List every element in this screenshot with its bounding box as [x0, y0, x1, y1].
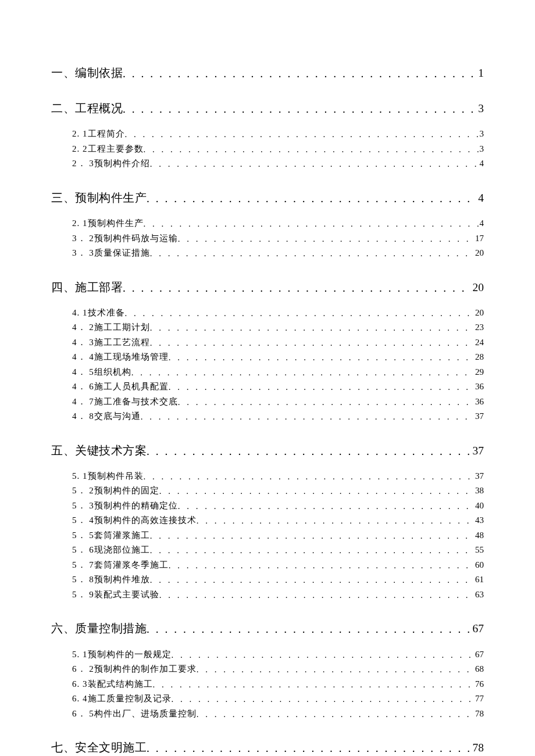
toc-h2-row[interactable]: 5． 5 套筒灌浆施工48 [51, 528, 484, 543]
toc-h2-title: 交底与沟通 [94, 409, 141, 424]
toc-h2-number: 4． 5 [72, 365, 94, 380]
toc-h2-row[interactable]: 2. 2 工程主要参数3 [51, 142, 484, 157]
toc-h2-row[interactable]: 4． 7 施工准备与技术交底36 [51, 395, 484, 410]
toc-h1-page: 78 [472, 739, 484, 756]
toc-h1-row[interactable]: 六、质量控制措施67 [51, 619, 484, 637]
toc-h1-page: 37 [472, 442, 484, 460]
toc-leader-dots [144, 142, 479, 157]
toc-h2-row[interactable]: 5． 7 套筒灌浆冬季施工60 [51, 558, 484, 573]
toc-h2-page: 40 [474, 499, 484, 514]
toc-leader-dots [150, 573, 474, 587]
toc-h1-title: 质量控制措施 [75, 619, 147, 637]
toc-leader-dots [178, 232, 474, 246]
toc-h2-row[interactable]: 5. 1 预制构件的一般规定67 [51, 647, 484, 662]
toc-h2-title: 工程主要参数 [88, 142, 144, 157]
toc-h1-page: 20 [472, 278, 484, 296]
toc-h1-row[interactable]: 五、关键技术方案37 [51, 442, 484, 460]
toc-h2-page: 76 [474, 677, 484, 692]
toc-h2-page: 36 [474, 395, 484, 410]
toc-leader-dots [150, 543, 474, 558]
toc-h2-row[interactable]: 2. 1 预制构件生产4 [51, 216, 484, 231]
toc-h2-row[interactable]: 6. 3 装配式结构施工76 [51, 677, 484, 692]
toc-h2-row[interactable]: 4． 4 施工现场堆场管理28 [51, 350, 484, 365]
toc-h1-row[interactable]: 四、施工部署20 [51, 278, 484, 296]
toc-h2-title: 构件出厂、进场质量控制 [94, 707, 197, 722]
toc-leader-dots [172, 692, 475, 707]
toc-h1-number: 七、 [51, 739, 75, 756]
toc-h2-title: 现浇部位施工 [94, 543, 150, 558]
toc-h2-page: 43 [474, 513, 484, 528]
toc-h2-row[interactable]: 3． 3 质量保证措施20 [51, 246, 484, 261]
toc-h2-row[interactable]: 6． 5 构件出厂、进场质量控制78 [51, 707, 484, 722]
toc-h1-row[interactable]: 三、预制构件生产4 [51, 189, 484, 207]
toc-h2-row[interactable]: 3． 2 预制构件码放与运输17 [51, 231, 484, 246]
toc-h2-row[interactable]: 4． 8 交底与沟通37 [51, 409, 484, 424]
toc-h2-row[interactable]: 2. 1 工程简介3 [51, 127, 484, 142]
toc-h2-row[interactable]: 4． 5 组织机构29 [51, 365, 484, 380]
toc-h2-row[interactable]: 5． 3 预制构件的精确定位40 [51, 499, 484, 514]
toc-h2-row[interactable]: 6. 4 施工质量控制及记录77 [51, 691, 484, 707]
toc-h1-row[interactable]: 二、工程概况3 [51, 99, 484, 117]
toc-h1-page: 1 [477, 64, 484, 82]
toc-h2-title: 组织机构 [94, 365, 131, 380]
toc-h2-number: 6. 4 [72, 691, 88, 707]
toc-h2-title: 预制构件介绍 [94, 156, 150, 171]
toc-h2-row[interactable]: 5． 8 预制构件堆放61 [51, 572, 484, 587]
toc-h2-row[interactable]: 5. 1 预制构件吊装37 [51, 469, 484, 484]
toc-h2-row[interactable]: 4． 6 施工人员机具配置36 [51, 379, 484, 395]
toc-h2-page: 4 [479, 156, 484, 171]
toc-h2-page: 36 [474, 379, 484, 395]
toc-h1-page: 67 [472, 619, 484, 637]
toc-leader-dots [141, 410, 474, 424]
toc-h1-number: 五、 [51, 442, 75, 460]
toc-leader-dots [131, 366, 474, 380]
toc-h2-row[interactable]: 6． 2 预制构件的制作加工要求68 [51, 662, 484, 677]
toc-h2-row[interactable]: 5． 2 预制构件的固定38 [51, 483, 484, 499]
toc-h2-number: 4． 4 [72, 350, 94, 365]
toc-leader-dots [150, 246, 474, 261]
toc-leader-dots [147, 739, 472, 756]
toc-h2-row[interactable]: 5． 6 现浇部位施工55 [51, 543, 484, 558]
toc-leader-dots [150, 157, 479, 171]
toc-h2-row[interactable]: 5． 4 预制构件的高效连接技术43 [51, 513, 484, 528]
toc-h2-page: 37 [474, 409, 484, 424]
toc-h2-number: 5. 1 [72, 647, 88, 662]
toc-leader-dots [123, 65, 477, 82]
toc-h2-title: 套筒灌浆施工 [94, 528, 150, 543]
toc-h2-row[interactable]: 4. 1 技术准备20 [51, 306, 484, 321]
toc-h2-page: 3 [479, 142, 484, 157]
toc-h2-row[interactable]: 2． 3 预制构件介绍4 [51, 156, 484, 171]
toc-h1-row[interactable]: 七、安全文明施工78 [51, 739, 484, 756]
toc-h2-number: 5． 4 [72, 513, 94, 528]
toc-h1-page: 4 [477, 189, 484, 207]
toc-h2-number: 5． 5 [72, 528, 94, 543]
toc-h2-page: 48 [474, 528, 484, 543]
toc-h2-row[interactable]: 5． 9 装配式主要试验63 [51, 587, 484, 603]
toc-h2-title: 工程简介 [88, 127, 125, 142]
toc-h2-row[interactable]: 4． 2 施工工期计划23 [51, 320, 484, 335]
toc-h2-title: 预制构件的精确定位 [94, 499, 178, 514]
toc-section: 二、工程概况32. 1 工程简介32. 2 工程主要参数32． 3 预制构件介绍… [51, 99, 484, 171]
toc-h1-number: 三、 [51, 189, 75, 207]
toc-h1-row[interactable]: 一、编制依据1 [51, 64, 484, 82]
toc-h2-number: 2. 1 [72, 216, 88, 231]
toc-h2-number: 3． 3 [72, 246, 94, 261]
toc-h2-number: 6. 3 [72, 677, 88, 692]
toc-h1-title: 工程概况 [75, 99, 123, 117]
toc-leader-dots [159, 484, 474, 499]
toc-h2-page: 77 [474, 691, 484, 707]
toc-h2-page: 20 [474, 246, 484, 261]
toc-h2-number: 4． 3 [72, 335, 94, 350]
toc-h2-number: 5． 3 [72, 499, 94, 514]
toc-h2-page: 24 [474, 335, 484, 350]
toc-h2-page: 68 [474, 662, 484, 677]
toc-h2-number: 5． 6 [72, 543, 94, 558]
toc-h2-row[interactable]: 4． 3 施工工艺流程24 [51, 335, 484, 350]
toc-leader-dots [147, 189, 477, 207]
toc-h2-page: 55 [474, 543, 484, 558]
toc-h2-number: 4. 1 [72, 306, 88, 321]
toc-h2-page: 37 [474, 469, 484, 484]
toc-h2-number: 2. 1 [72, 127, 88, 142]
toc-leader-dots [147, 620, 472, 637]
toc-h2-title: 施工现场堆场管理 [94, 350, 169, 365]
